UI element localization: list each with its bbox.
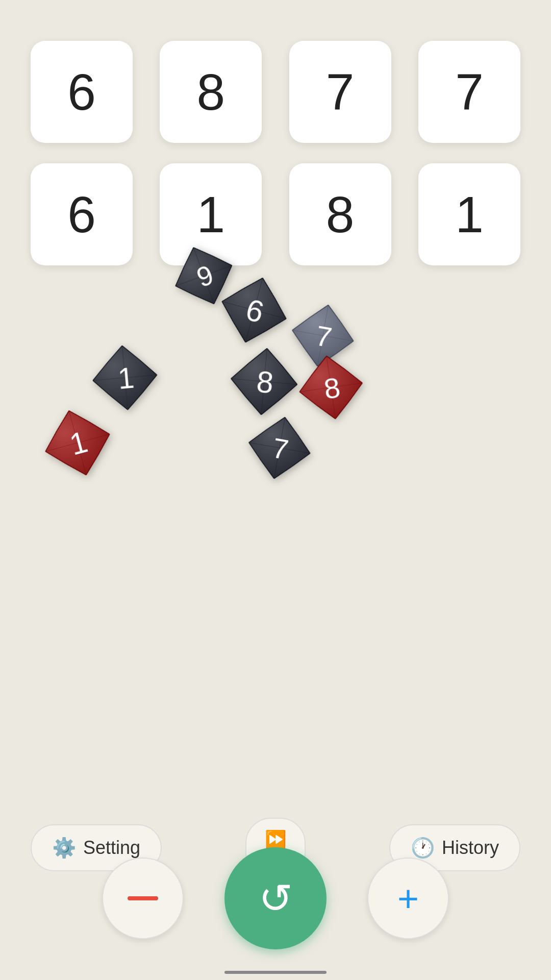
result-value-r1c1: 6 bbox=[67, 66, 96, 117]
decrease-button[interactable] bbox=[102, 857, 184, 939]
result-tile-r1c4: 7 bbox=[418, 41, 520, 143]
result-value-r1c3: 7 bbox=[326, 66, 355, 117]
action-row: ↺ + bbox=[0, 847, 551, 949]
roll-button[interactable]: ↺ bbox=[224, 847, 327, 949]
plus-icon: + bbox=[397, 880, 419, 917]
home-indicator bbox=[224, 971, 327, 974]
dice-area: 96718817 bbox=[0, 214, 551, 500]
result-tile-r1c2: 8 bbox=[160, 41, 262, 143]
svg-text:1: 1 bbox=[116, 361, 135, 396]
die[interactable]: 7 bbox=[236, 405, 322, 493]
result-value-r1c2: 8 bbox=[197, 66, 226, 117]
minus-icon bbox=[128, 896, 158, 900]
result-value-r1c4: 7 bbox=[455, 66, 484, 117]
svg-text:8: 8 bbox=[255, 365, 274, 400]
refresh-icon: ↺ bbox=[259, 875, 293, 922]
fast-forward-icon: ⏩ bbox=[265, 829, 286, 849]
result-tile-r1c3: 7 bbox=[289, 41, 391, 143]
results-row-1: 6 8 7 7 bbox=[31, 41, 520, 143]
result-tile-r1c1: 6 bbox=[31, 41, 133, 143]
increase-button[interactable]: + bbox=[367, 857, 449, 939]
